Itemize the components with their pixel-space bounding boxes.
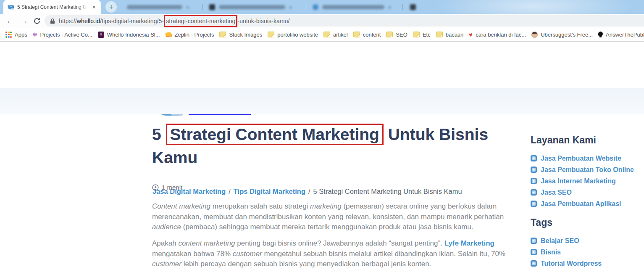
folder-icon xyxy=(386,32,393,37)
bookmark-ubersuggest[interactable]: Ubersuggest's Free... xyxy=(531,32,593,38)
breadcrumb: Jasa Digital Marketing/Tips Digital Mark… xyxy=(152,188,462,196)
inactive-tab[interactable]: × xyxy=(313,3,392,11)
bullet-square-icon xyxy=(531,178,537,184)
site-header: Whello Layanan Portofolio Tips Tentang K… xyxy=(0,42,644,88)
service-link-jasa-seo[interactable]: Jasa SEO xyxy=(531,187,636,198)
breadcrumb-band: Jasa Digital Marketing/Tips Digital Mark… xyxy=(0,88,644,114)
breadcrumb-current: 5 Strategi Content Marketing Untuk Bisni… xyxy=(313,188,462,195)
text-segment: (pembaca) sehingga membuat mereka tertar… xyxy=(181,223,473,231)
text-segment: audience xyxy=(152,223,181,231)
text-segment: Apakah xyxy=(152,239,178,247)
reload-button[interactable] xyxy=(33,17,41,25)
services-title: Layanan Kami xyxy=(531,135,636,146)
asana-icon: ❋ xyxy=(33,32,37,37)
tag-link-bisnis[interactable]: Bisnis xyxy=(531,246,636,258)
bookmark-folder-seo[interactable]: SEO xyxy=(386,32,407,38)
text-segment: lebih percaya dengan sebuah bisnis yang … xyxy=(181,260,431,268)
bookmark-folder-stock-images[interactable]: Stock Images xyxy=(219,32,262,38)
service-link-jasa-pembuatan-toko-online[interactable]: Jasa Pembuatan Toko Online xyxy=(531,164,636,175)
bookmark-whello-slack[interactable]: ⌗ Whello Indonesia Sl... xyxy=(98,32,160,38)
url-path-after: -untuk-bisnis-kamu/ xyxy=(237,18,289,24)
tag-link-tutorial-wordpress[interactable]: Tutorial Wordpress xyxy=(531,258,636,269)
tab-close-icon[interactable]: × xyxy=(289,4,292,11)
folder-icon xyxy=(219,32,226,37)
inline-link[interactable]: Lyfe Marketing xyxy=(444,239,494,247)
tab-close-icon[interactable]: × xyxy=(388,4,392,11)
inactive-tab[interactable] xyxy=(410,3,416,11)
tags-title: Tags xyxy=(531,217,636,228)
text-segment: customer xyxy=(152,260,181,268)
article-paragraph-1: Content marketing merupakan salah satu s… xyxy=(152,201,523,233)
breadcrumb-separator: / xyxy=(229,188,231,195)
text-segment: content marketing xyxy=(178,239,235,247)
blurred-tab-title xyxy=(322,5,384,9)
whello-favicon-icon xyxy=(7,4,14,10)
bookmarks-bar: Apps ❋ Projects - Active Co... ⌗ Whello … xyxy=(0,28,644,42)
text-segment: merupakan salah satu strategi xyxy=(210,202,310,210)
text-segment: mengetahui sebuah bisnis melalui artikel… xyxy=(262,250,505,258)
bookmark-projects[interactable]: ❋ Projects - Active Co... xyxy=(33,32,92,38)
bookmark-answerthepublic[interactable]: AnswerThePublic: xyxy=(598,32,644,38)
bookmark-folder-etc[interactable]: Etc xyxy=(413,32,431,38)
tab-separator xyxy=(306,4,306,10)
lock-icon xyxy=(50,18,55,24)
bullet-square-icon xyxy=(531,260,537,267)
bookmark-folder-portofilio[interactable]: portofilio website xyxy=(268,32,318,38)
zeplin-icon xyxy=(165,32,172,37)
title-highlight-redbox: Strategi Content Marketing xyxy=(166,124,384,145)
bullet-square-icon xyxy=(531,167,537,173)
text-segment: customer xyxy=(233,250,262,258)
tab-favicon xyxy=(209,4,215,10)
folder-icon xyxy=(323,32,330,37)
bullet-square-icon xyxy=(531,189,537,196)
breadcrumb-separator: / xyxy=(308,188,310,195)
blurred-tab-title xyxy=(127,5,182,9)
new-tab-button[interactable]: + xyxy=(105,1,117,13)
folder-icon xyxy=(268,32,274,37)
tab-separator xyxy=(402,4,403,10)
bookmark-zeplin[interactable]: Zeplin - Projects xyxy=(166,32,214,38)
url-scheme: https:// xyxy=(59,18,77,24)
service-link-jasa-internet-marketing[interactable]: Jasa Internet Marketing xyxy=(531,175,636,187)
bookmark-apps[interactable]: Apps xyxy=(5,32,27,38)
article-paragraph-2: Apakah content marketing penting bagi bi… xyxy=(152,238,523,270)
read-time-label: 1 menit xyxy=(162,184,182,191)
slack-icon: ⌗ xyxy=(98,32,104,38)
bullet-square-icon xyxy=(531,249,537,255)
article-title: 5 Strategi Content Marketing Untuk Bisni… xyxy=(152,123,493,169)
folder-icon xyxy=(413,32,420,37)
text-segment: Content marketing xyxy=(152,202,210,210)
bookmark-folder-bacaan[interactable]: bacaan xyxy=(436,32,464,38)
address-bar[interactable]: https://whello.id/tips-digital-marketing… xyxy=(45,15,644,26)
sidebar-services-widget: Layanan Kami Jasa Pembuatan Website Jasa… xyxy=(531,135,636,209)
blurred-tab-title xyxy=(219,5,285,9)
tab-favicon xyxy=(410,4,416,10)
tab-strip: 5 Strategi Content Marketing Un × + × × … xyxy=(0,0,644,14)
forward-button[interactable]: → xyxy=(20,17,28,25)
inactive-tab[interactable]: × xyxy=(127,3,189,11)
browser-toolbar: ← → https://whello.id/tips-digital-marke… xyxy=(0,14,644,28)
folder-icon xyxy=(353,32,360,37)
active-tab[interactable]: 5 Strategi Content Marketing Un × xyxy=(3,0,101,14)
text-segment: penting bagi bisnis online? Jawabannya a… xyxy=(235,239,444,247)
title-prefix: 5 xyxy=(152,125,166,143)
tab-favicon xyxy=(313,4,318,10)
bullet-square-icon xyxy=(531,201,537,207)
bookmark-folder-content[interactable]: content xyxy=(353,32,381,38)
service-link-jasa-pembuatan-aplikasi[interactable]: Jasa Pembuatan Aplikasi xyxy=(531,198,636,209)
bookmark-folder-artikel[interactable]: artikel xyxy=(323,32,348,38)
tab-separator xyxy=(202,4,203,10)
answerthepublic-icon xyxy=(598,32,603,37)
service-link-jasa-pembuatan-website[interactable]: Jasa Pembuatan Website xyxy=(531,153,636,164)
breadcrumb-link-tips-digital-marketing[interactable]: Tips Digital Marketing xyxy=(234,188,305,195)
bullet-square-icon xyxy=(531,238,537,244)
back-button[interactable]: ← xyxy=(6,17,14,25)
text-segment: mengatakan bahwa 78% xyxy=(152,250,233,258)
tab-close-icon[interactable]: × xyxy=(186,4,189,11)
tag-link-belajar-seo[interactable]: Belajar SEO xyxy=(531,235,636,246)
bookmark-cara-beriklan[interactable]: ♥ cara beriklan di fac... xyxy=(469,32,526,38)
url-text: https://whello.id/tips-digital-marketing… xyxy=(59,16,290,26)
tab-close-icon[interactable]: × xyxy=(91,3,97,11)
inactive-tab[interactable]: × xyxy=(209,3,292,11)
avatar-icon xyxy=(531,32,538,38)
